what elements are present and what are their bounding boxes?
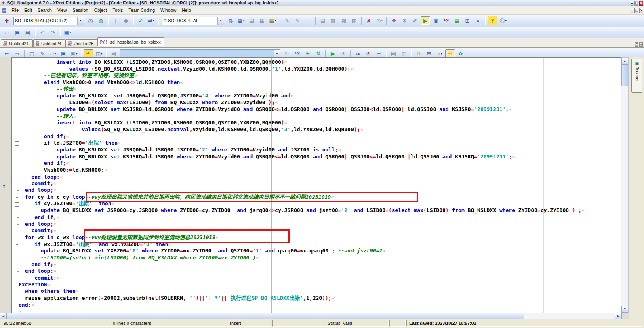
- web-support-icon[interactable]: ◍: [96, 16, 106, 25]
- menu-edit[interactable]: Edit: [21, 7, 35, 13]
- new-file-icon-glyph: ▢: [29, 51, 34, 56]
- schema-combo[interactable]: ⊞SD_HOSPITAL▾: [162, 17, 224, 25]
- navigate-back-icon[interactable]: ←: [2, 49, 12, 58]
- layout-grid-icon[interactable]: ▦▾: [63, 28, 72, 37]
- close-button[interactable]: ✕: [639, 1, 643, 6]
- scroll-down-button[interactable]: ▼: [621, 306, 628, 313]
- new-session-icon[interactable]: ✚: [2, 16, 12, 25]
- layout-grid-icon-dropdown[interactable]: ▾: [69, 31, 71, 34]
- fast-forward-icon[interactable]: »: [473, 16, 483, 25]
- menu-view[interactable]: View: [55, 7, 70, 13]
- tab-Untitled21[interactable]: ▤SQLUntitled21: [1, 39, 33, 47]
- editor-close-button[interactable]: ✕: [639, 42, 643, 47]
- compile-deps-icon[interactable]: ⇅: [314, 49, 323, 58]
- switch-session-icon-dropdown[interactable]: ▾: [153, 19, 154, 22]
- horizontal-scroll-thumb[interactable]: [6, 313, 524, 320]
- next-bookmark-icon[interactable]: »▾: [435, 49, 444, 58]
- schema-combo-dropdown[interactable]: ▾: [217, 17, 224, 25]
- breakpoints-icon[interactable]: ≈: [353, 49, 363, 58]
- menu-team-coding[interactable]: Team Coding: [126, 7, 158, 13]
- tab-Untitled24[interactable]: ▤SQLUntitled24: [33, 39, 65, 47]
- child-restore-button[interactable]: ❐: [634, 8, 638, 13]
- minimize-button[interactable]: –: [631, 1, 633, 6]
- horizontal-scrollbar[interactable]: ◀ ▶: [0, 313, 622, 319]
- code-search-combo-dropdown[interactable]: ▾: [274, 50, 280, 57]
- menu-tools[interactable]: Tools: [110, 7, 126, 13]
- db-navigator-icon[interactable]: ⊞: [463, 16, 472, 25]
- hint-lamp-icon[interactable]: ☼: [445, 49, 455, 58]
- compile-icon[interactable]: ✳: [303, 49, 313, 58]
- export-grid-icon-dropdown[interactable]: ▾: [275, 19, 276, 22]
- user-profile-icon[interactable]: ☺▾: [498, 16, 508, 25]
- connection-combo-dropdown[interactable]: ▾: [77, 17, 84, 25]
- code-line: elsif Vksh000>0 and Vksh000<>ld.KSH000 t…: [19, 79, 621, 86]
- execute-icon[interactable]: ▶: [328, 49, 338, 58]
- code-line: --转入«: [19, 113, 621, 120]
- export-grid-icon[interactable]: ▦▾: [268, 16, 278, 25]
- find-object-icon[interactable]: ⇅: [226, 16, 236, 25]
- disable-debug-icon[interactable]: ⊘: [364, 49, 373, 58]
- menu-session[interactable]: Session: [70, 7, 91, 13]
- tab-sd_hospital.sp_bq_ksldxx[interactable]: P()sd_hospital.sp_bq_ksldxx: [97, 37, 164, 46]
- scroll-right-button[interactable]: ▶: [615, 313, 622, 320]
- tab-Untitled25[interactable]: ▤SQLUntitled25: [65, 39, 97, 47]
- load-db-object-icon[interactable]: SQL: [293, 49, 302, 58]
- scroll-up-button[interactable]: ▲: [621, 58, 628, 65]
- new-file-icon[interactable]: ▢: [27, 49, 37, 58]
- object-grid-icon[interactable]: ▦: [452, 16, 462, 25]
- code-editor-icon[interactable]: ▶: [421, 16, 430, 25]
- menu-window[interactable]: Window: [158, 7, 179, 13]
- switch-session-icon[interactable]: ⇄▾: [146, 16, 156, 25]
- menu-search[interactable]: Search: [35, 7, 55, 13]
- open-file-icon[interactable]: ▱▾: [48, 49, 58, 58]
- editor-restore-button[interactable]: ❐: [635, 42, 638, 47]
- save-as-icon[interactable]: ▣▾: [69, 49, 79, 58]
- binary-data-icon[interactable]: ▦▾: [236, 16, 246, 25]
- child-minimize-button[interactable]: –: [631, 8, 633, 13]
- edit-doc-icon[interactable]: ✐: [410, 16, 420, 25]
- copy-object-icon: ▤: [389, 49, 398, 58]
- dba-calendar-icon[interactable]: ▣: [431, 16, 441, 25]
- spell-check-icon[interactable]: ✘: [364, 16, 374, 25]
- auto-replace-icon[interactable]: ab: [84, 49, 93, 58]
- explain-plan-icon-dropdown[interactable]: ▾: [381, 19, 383, 22]
- split-view-icon[interactable]: ◫▾: [94, 49, 104, 58]
- vertical-scrollbar[interactable]: ▲ ▼: [621, 57, 629, 313]
- toolbox-tab[interactable]: ▣ Toolbox: [631, 59, 642, 93]
- optimize-icon[interactable]: ☼: [414, 49, 423, 58]
- benchmark-icon[interactable]: ❖: [389, 16, 399, 25]
- code-analysis-icon[interactable]: ✳: [400, 16, 409, 25]
- code-search-combo[interactable]: ▾: [120, 49, 280, 58]
- toolbar-separator: [411, 50, 412, 58]
- connection-combo[interactable]: SD_HOSPITAL@ORCL(2)▾: [13, 17, 84, 25]
- syntax-check-icon[interactable]: ✔: [136, 16, 145, 25]
- print-icon[interactable]: ▤: [23, 28, 33, 37]
- session-properties-icon[interactable]: ◎: [86, 16, 95, 25]
- menu-object[interactable]: Object: [91, 7, 110, 13]
- save-as-icon-dropdown[interactable]: ▾: [76, 52, 78, 55]
- code-text[interactable]: insert into BQ_KSLDXX (LSID00,ZYID00,KSH…: [12, 58, 621, 313]
- indent-format-icon[interactable]: ≡: [374, 49, 384, 58]
- child-close-button[interactable]: ✕: [639, 8, 643, 13]
- code-editor[interactable]: −−−−− insert into BQ_KSLDXX (LSID00,ZYID…: [11, 57, 622, 313]
- save-file-icon[interactable]: ▣: [59, 49, 68, 58]
- maximize-button[interactable]: ❐: [634, 1, 638, 6]
- undo-icon: ↶: [38, 28, 47, 37]
- code-structure-icon[interactable]: ⊞: [424, 49, 434, 58]
- binary-data-icon-dropdown[interactable]: ▾: [243, 19, 245, 22]
- sql-tracker-icon[interactable]: SQL: [442, 16, 451, 25]
- menu-help[interactable]: Help: [179, 7, 194, 13]
- scroll-left-button[interactable]: ◀: [0, 313, 7, 320]
- edit-template-icon[interactable]: ✎: [38, 49, 47, 58]
- save-icon[interactable]: ▣: [13, 28, 22, 37]
- open-file-icon-dropdown[interactable]: ▾: [55, 52, 56, 55]
- split-view-icon-dropdown[interactable]: ▾: [101, 52, 103, 55]
- open-icon[interactable]: ▱: [2, 28, 12, 37]
- help-icon[interactable]: ?: [488, 16, 497, 25]
- file-toolbar: ▱▣▤↶↷▦▾: [0, 27, 644, 38]
- next-bookmark-icon-dropdown[interactable]: ▾: [441, 52, 442, 55]
- vertical-scroll-thumb[interactable]: [621, 64, 628, 86]
- code-tester-icon[interactable]: ✿: [456, 49, 465, 58]
- menu-file[interactable]: File: [8, 7, 21, 13]
- user-profile-icon-dropdown[interactable]: ▾: [505, 19, 507, 22]
